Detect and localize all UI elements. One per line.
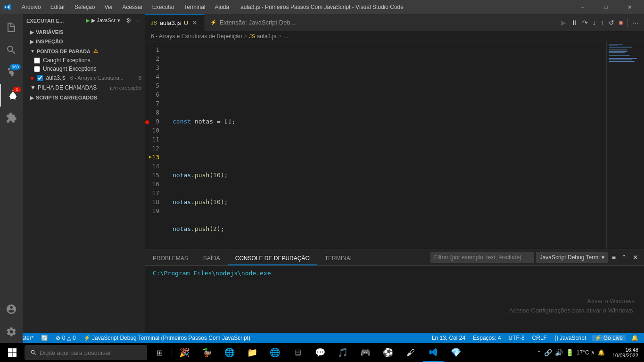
tab-debug-console[interactable]: CONSOLE DE DEPURAÇÃO [228, 252, 317, 265]
taskbar-xbox[interactable]: 🎮 [355, 343, 376, 362]
taskbar-multidesktop[interactable]: ⊞ [149, 343, 170, 362]
taskbar-spotify[interactable]: 🎵 [332, 343, 353, 362]
activity-debug[interactable]: 1 [0, 84, 23, 107]
panel-list-button[interactable]: ≡ [610, 252, 618, 263]
uncaught-exceptions-checkbox[interactable] [34, 66, 40, 72]
breadcrumb-folder[interactable]: 6 - Arrays e Estruturas de Repetição [151, 33, 242, 40]
status-sync[interactable]: 🔄 [39, 335, 50, 341]
breakpoint-filepath: 6 - Arrays e Estrutura... [70, 75, 124, 81]
run-gear-button[interactable]: ⚙ [125, 16, 132, 25]
caught-exceptions-item[interactable]: Caught Exceptions [23, 56, 145, 65]
taskbar-vscode-active[interactable] [423, 343, 444, 362]
tab-problems[interactable]: PROBLEMAS [145, 252, 196, 265]
taskbar-clock[interactable]: 16:48 10/09/2022 [609, 347, 642, 358]
activity-search[interactable] [0, 39, 23, 61]
status-notifications[interactable]: 🔔 [629, 335, 640, 341]
debug-pause-button[interactable]: ⏸ [569, 17, 579, 28]
debug-step-into-button[interactable]: ↓ [591, 17, 598, 28]
taskbar-chrome[interactable]: 🌐 [264, 343, 285, 362]
debug-step-over-button[interactable]: ↷ [580, 17, 590, 28]
menu-editar[interactable]: Editar [47, 3, 69, 11]
activity-source-control[interactable]: 960 [0, 61, 23, 84]
taskbar-search[interactable] [25, 345, 147, 360]
uncaught-exceptions-item[interactable]: Uncaught Exceptions [23, 65, 145, 73]
callstack-header[interactable]: ▼ PILHA DE CHAMADAS Em execução [23, 82, 145, 93]
start-button[interactable] [2, 343, 23, 362]
filter-input[interactable] [430, 252, 534, 263]
status-golive[interactable]: ⚡ Go Live [592, 335, 626, 341]
code-content[interactable]: const notas = []; notas.push(10); notas.… [169, 41, 606, 249]
activity-settings[interactable] [0, 321, 23, 343]
taskbar-mail[interactable]: 💬 [310, 343, 330, 362]
tab-aula3-label: aula3.js [160, 19, 181, 26]
breadcrumb-js-icon: JS [249, 33, 255, 39]
debug-restart-button[interactable]: ↺ [607, 17, 616, 28]
breadcrumb-file[interactable]: JS aula3.js [249, 33, 276, 40]
menu-selecao[interactable]: Seleção [71, 3, 99, 11]
status-encoding[interactable]: UTF-8 [507, 335, 527, 341]
taskbar-battery-icon[interactable]: 🔋 [566, 349, 574, 356]
content-area: EXECUTAR E... ▶ ▶ JavaScr ▾ ⚙ ··· ▶ VARI… [23, 14, 644, 343]
status-eol[interactable]: CRLF [530, 335, 549, 341]
status-language[interactable]: {} JavaScript [553, 335, 588, 341]
status-debug-terminal[interactable]: ⚡ JavaScript Debug Terminal (Primeiros P… [82, 335, 252, 341]
debug-stop-button[interactable]: ■ [617, 17, 625, 28]
run-config-button[interactable]: ▶ ▶ JavaScr ▾ [83, 16, 123, 25]
taskbar-edge[interactable]: 🌐 [219, 343, 240, 362]
line-num-1: 1 [145, 45, 163, 54]
aula3-breakpoint-item[interactable]: ● aula3.js 6 - Arrays e Estrutura... 9 [23, 73, 145, 82]
taskbar-photoshop[interactable]: 🖌 [400, 343, 421, 362]
breakpoints-section-header[interactable]: ▼ PONTOS DE PARADA ⚠ [23, 46, 145, 56]
taskbar-confetti[interactable]: 🎉 [174, 343, 195, 362]
minimap-line [609, 59, 632, 60]
panel-tabs-list: PROBLEMAS SAÍDA CONSOLE DE DEPURAÇÃO TER… [145, 249, 427, 265]
taskbar-chevron-icon[interactable]: ⌃ [537, 350, 541, 356]
scripts-section-header[interactable]: ▶ SCRIPTS CARREGADOS [23, 93, 145, 102]
toolbar-more-button[interactable]: ··· [631, 17, 640, 28]
minimize-button[interactable]: – [571, 0, 593, 14]
taskbar-teams[interactable]: 🖥 [287, 343, 308, 362]
tab-output[interactable]: SAÍDA [196, 252, 228, 265]
menu-ajuda[interactable]: Ajuda [211, 3, 233, 11]
debug-step-out-button[interactable]: ↑ [599, 17, 606, 28]
aula3-breakpoint-checkbox[interactable] [37, 75, 43, 81]
panel-close-button[interactable]: ✕ [631, 252, 640, 263]
menu-terminal[interactable]: Terminal [180, 3, 209, 11]
terminal-selector[interactable]: JavaScript Debug Termi ▾ [536, 252, 608, 263]
taskbar-search-input[interactable] [40, 349, 134, 356]
tab-aula3-close[interactable]: ✕ [191, 19, 198, 26]
menu-arquivo[interactable]: Arquivo [18, 3, 45, 11]
status-spaces[interactable]: Espaços: 4 [471, 335, 503, 341]
menu-executar[interactable]: Executar [149, 3, 178, 11]
breadcrumb-symbol[interactable]: ... [283, 33, 288, 40]
activity-explorer[interactable] [0, 16, 23, 39]
run-more-button[interactable]: ··· [134, 16, 141, 25]
taskbar-ball[interactable]: ⚽ [378, 343, 398, 362]
taskbar-duck[interactable]: 🦆 [197, 343, 217, 362]
taskbar-notification-icon[interactable]: 🔔 [598, 349, 605, 356]
breadcrumb-filename: aula3.js [257, 33, 276, 40]
terminal-selector-label: JavaScript Debug Termi [540, 254, 600, 261]
taskbar-volume-icon[interactable]: 🔊 [555, 349, 563, 356]
taskbar-network-icon[interactable]: 🔗 [544, 349, 552, 356]
panel-maximize-button[interactable]: ⌃ [619, 252, 629, 263]
caught-exceptions-checkbox[interactable] [34, 58, 40, 64]
breakpoint-indicator[interactable]: ● [145, 117, 149, 126]
taskbar-explorer[interactable]: 📁 [242, 343, 263, 362]
menu-acessar[interactable]: Acessar [118, 3, 146, 11]
tab-terminal[interactable]: TERMINAL [317, 252, 361, 265]
activity-account[interactable] [0, 298, 23, 321]
status-errors[interactable]: ⊘ 0 △ 0 [54, 335, 77, 341]
activity-extensions[interactable] [0, 107, 23, 129]
code-line-4 [169, 144, 606, 153]
tab-ext-debug[interactable]: ⚡ Extensão: JavaScript Deb... [205, 14, 301, 31]
inspection-section-header[interactable]: ▶ INSPEÇÃO [23, 37, 145, 46]
tab-aula3[interactable]: JS aula3.js U ✕ [145, 14, 205, 31]
menu-ver[interactable]: Ver [100, 3, 116, 11]
status-position[interactable]: Ln 13, Col 24 [430, 335, 467, 341]
variables-section-header[interactable]: ▶ VARIÁVEIS [23, 27, 145, 37]
maximize-button[interactable]: □ [595, 0, 617, 14]
close-button[interactable]: ✕ [619, 0, 640, 14]
taskbar-ruby[interactable]: 💎 [446, 343, 466, 362]
debug-play-button[interactable]: ▶ [559, 17, 568, 28]
